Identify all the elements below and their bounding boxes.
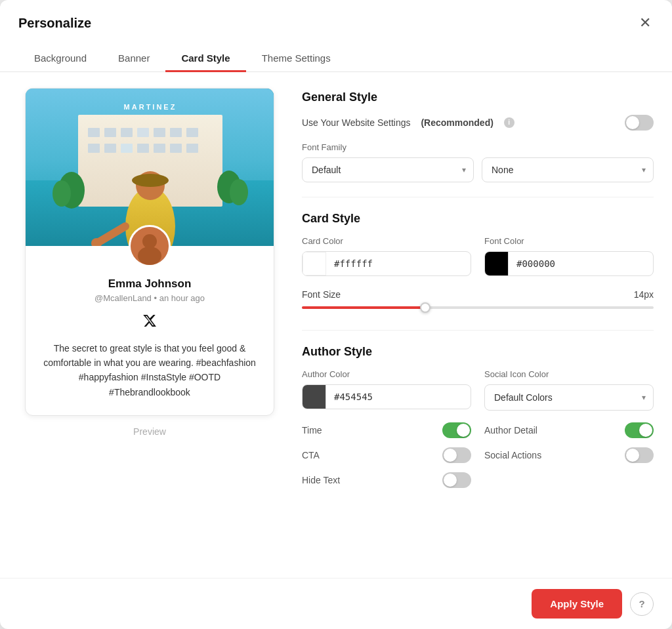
tab-bar: Background Banner Card Style Theme Setti… bbox=[0, 37, 672, 72]
card-separator: • bbox=[154, 293, 159, 303]
author-style-section: Author Style Author Color Social Icon Co… bbox=[302, 330, 654, 493]
website-settings-label: Use Your Website Settings (Recommonded) … bbox=[302, 117, 514, 128]
font-none-wrapper: None ▾ bbox=[482, 157, 654, 182]
time-toggle-item: Time bbox=[302, 422, 471, 438]
font-size-slider[interactable] bbox=[302, 306, 654, 309]
font-size-value: 14px bbox=[634, 289, 654, 300]
tab-banner[interactable]: Banner bbox=[102, 46, 165, 72]
social-icon-select-wrapper: Default Colors ▾ bbox=[484, 384, 654, 411]
svg-point-20 bbox=[52, 180, 71, 207]
modal-footer: Apply Style ? bbox=[0, 578, 672, 629]
font-color-swatch[interactable] bbox=[485, 252, 509, 275]
svg-rect-9 bbox=[186, 128, 198, 137]
font-color-value[interactable] bbox=[509, 258, 653, 269]
svg-rect-4 bbox=[104, 128, 116, 137]
website-settings-row: Use Your Website Settings (Recommonded) … bbox=[302, 115, 654, 131]
author-detail-label: Author Detail bbox=[484, 425, 537, 436]
tab-theme-settings[interactable]: Theme Settings bbox=[246, 46, 346, 72]
svg-rect-12 bbox=[121, 144, 133, 153]
author-color-input bbox=[302, 384, 471, 409]
time-label: Time bbox=[302, 425, 322, 436]
author-color-group: Author Color bbox=[302, 369, 471, 411]
card-color-input bbox=[302, 251, 471, 276]
apply-style-button[interactable]: Apply Style bbox=[532, 589, 622, 619]
avatar bbox=[129, 225, 171, 267]
font-size-header: Font Size 14px bbox=[302, 289, 654, 300]
hide-text-label: Hide Text bbox=[302, 475, 340, 485]
social-icon-label: Social Icon Color bbox=[484, 369, 654, 379]
tab-card-style[interactable]: Card Style bbox=[165, 46, 245, 72]
card-color-label: Card Color bbox=[302, 236, 471, 246]
help-button[interactable]: ? bbox=[630, 592, 654, 616]
font-family-label: Font Family bbox=[302, 142, 654, 152]
hide-text-toggle[interactable] bbox=[442, 472, 471, 488]
font-color-group: Font Color bbox=[484, 236, 654, 276]
card-content: Emma Johnson @McallenLand • an hour ago … bbox=[26, 246, 274, 416]
hide-text-toggle-item: Hide Text bbox=[302, 472, 471, 488]
font-size-label: Font Size bbox=[302, 289, 341, 300]
modal-title: Personalize bbox=[18, 16, 91, 31]
svg-rect-8 bbox=[170, 128, 182, 137]
card-image: MARTINEZ bbox=[26, 89, 274, 246]
font-size-row: Font Size 14px bbox=[302, 289, 654, 309]
font-none-select[interactable]: None bbox=[482, 157, 654, 182]
svg-point-24 bbox=[132, 174, 169, 187]
font-family-row: Default ▾ None ▾ bbox=[302, 157, 654, 182]
cta-toggle[interactable] bbox=[442, 447, 471, 463]
card-author-time: an hour ago bbox=[159, 293, 205, 303]
time-toggle[interactable] bbox=[442, 422, 471, 438]
card-author-name: Emma Johnson bbox=[41, 277, 258, 291]
card-style-section: Card Style Card Color Font Color bbox=[302, 197, 654, 323]
close-button[interactable]: ✕ bbox=[637, 13, 654, 33]
social-actions-toggle[interactable] bbox=[625, 447, 654, 463]
preview-panel: MARTINEZ bbox=[18, 88, 281, 563]
cta-toggle-item: CTA bbox=[302, 447, 471, 463]
svg-rect-16 bbox=[186, 144, 198, 153]
card-author-handle: @McallenLand bbox=[94, 293, 152, 303]
card-color-swatch[interactable] bbox=[303, 252, 326, 275]
personalize-modal: Personalize ✕ Background Banner Card Sty… bbox=[0, 0, 672, 629]
preview-label: Preview bbox=[133, 426, 166, 437]
svg-rect-15 bbox=[170, 144, 182, 153]
info-icon[interactable]: i bbox=[504, 117, 514, 128]
svg-rect-7 bbox=[154, 128, 165, 137]
slider-fill bbox=[302, 306, 425, 309]
slider-thumb[interactable] bbox=[420, 302, 430, 313]
card-color-group: Card Color bbox=[302, 236, 471, 276]
modal-body: MARTINEZ bbox=[0, 72, 672, 578]
svg-point-28 bbox=[142, 234, 157, 249]
settings-panel: General Style Use Your Website Settings … bbox=[302, 88, 654, 563]
svg-rect-6 bbox=[137, 128, 149, 137]
card-social-icon bbox=[41, 314, 258, 332]
author-color-swatch[interactable] bbox=[303, 385, 326, 409]
svg-rect-13 bbox=[137, 144, 149, 153]
font-color-label: Font Color bbox=[484, 236, 654, 246]
svg-rect-11 bbox=[104, 144, 116, 153]
author-color-label: Author Color bbox=[302, 369, 471, 379]
svg-rect-14 bbox=[154, 144, 165, 153]
cta-label: CTA bbox=[302, 450, 320, 460]
font-default-select[interactable]: Default bbox=[302, 157, 474, 182]
card-post-text: The secret to great style is that you fe… bbox=[41, 341, 258, 400]
author-color-value[interactable] bbox=[326, 392, 471, 402]
card-color-value[interactable] bbox=[326, 258, 471, 269]
website-settings-toggle[interactable] bbox=[625, 115, 654, 131]
author-fields-row: Author Color Social Icon Color Default C… bbox=[302, 369, 654, 411]
social-icon-group: Social Icon Color Default Colors ▾ bbox=[484, 369, 654, 411]
general-style-section: General Style Use Your Website Settings … bbox=[302, 88, 654, 197]
card-author-meta: @McallenLand • an hour ago bbox=[41, 293, 258, 303]
social-icon-select[interactable]: Default Colors bbox=[484, 384, 654, 411]
font-color-input bbox=[484, 251, 654, 276]
tab-background[interactable]: Background bbox=[18, 46, 102, 72]
font-default-wrapper: Default ▾ bbox=[302, 157, 474, 182]
author-detail-toggle[interactable] bbox=[625, 422, 654, 438]
author-detail-toggle-item: Author Detail bbox=[484, 422, 654, 438]
card-preview: MARTINEZ bbox=[25, 88, 274, 416]
social-actions-label: Social Actions bbox=[484, 450, 541, 460]
svg-point-29 bbox=[138, 247, 161, 265]
author-style-title: Author Style bbox=[302, 345, 654, 359]
modal-header: Personalize ✕ bbox=[0, 0, 672, 33]
social-actions-toggle-item: Social Actions bbox=[484, 447, 654, 463]
svg-rect-10 bbox=[88, 144, 100, 153]
color-fields-row: Card Color Font Color bbox=[302, 236, 654, 276]
